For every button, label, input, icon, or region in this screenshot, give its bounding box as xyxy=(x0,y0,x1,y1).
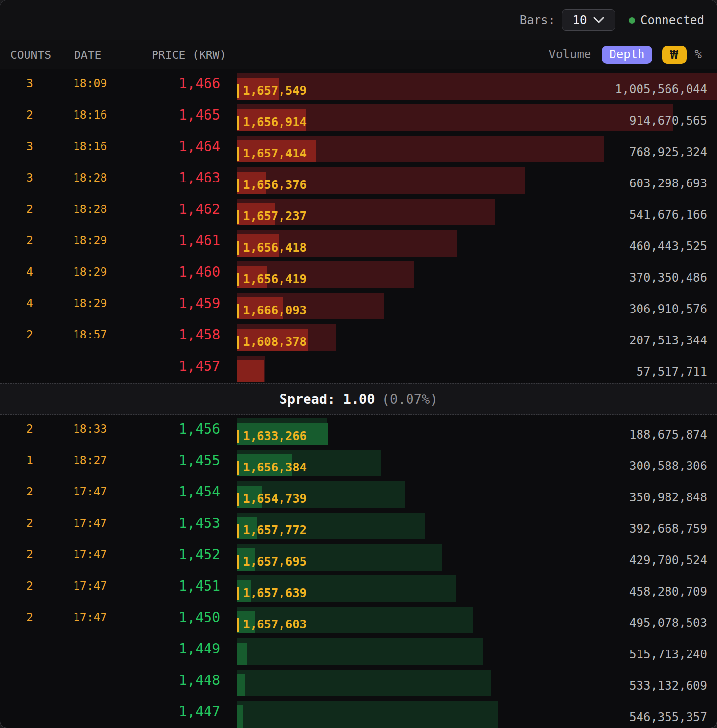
spread-bar: Spread: 1.00 (0.07%) xyxy=(0,383,717,415)
display-mode-toggles: Volume Depth ₩ % xyxy=(549,40,702,69)
ask-cumulative-depth-value: 57,517,711 xyxy=(637,365,708,379)
bid-cumulative-depth-value: 533,132,609 xyxy=(629,679,707,693)
bid-volume-bar xyxy=(237,705,243,728)
trade-time: 17:47 xyxy=(73,579,107,592)
ask-volume-label: 1,666,093 xyxy=(237,304,307,318)
trade-time: 18:33 xyxy=(73,422,107,435)
order-count: 2 xyxy=(19,422,41,435)
order-count: 3 xyxy=(19,140,41,153)
trade-time: 17:47 xyxy=(73,517,107,529)
bid-row[interactable]: 1,447546,355,357 xyxy=(0,697,717,728)
bid-price[interactable]: 1,455 xyxy=(133,452,220,468)
ask-cumulative-depth-value: 914,670,565 xyxy=(629,114,707,128)
ask-price[interactable]: 1,465 xyxy=(133,107,220,123)
bid-row[interactable]: 217:471,4531,657,772392,668,759 xyxy=(0,509,717,540)
order-count: 2 xyxy=(19,234,41,247)
bid-row[interactable]: 217:471,4511,657,639458,280,709 xyxy=(0,572,717,603)
bid-price[interactable]: 1,456 xyxy=(133,421,220,437)
top-bar: Bars: 10 Connected xyxy=(0,0,717,40)
ask-row[interactable]: 318:281,4631,656,376603,298,693 xyxy=(0,163,717,195)
bid-price[interactable]: 1,450 xyxy=(133,609,220,625)
bid-cumulative-depth-bar xyxy=(237,701,498,728)
ask-row[interactable]: 218:161,4651,656,914914,670,565 xyxy=(0,101,717,132)
trade-time: 18:29 xyxy=(73,234,107,247)
bid-cumulative-depth-value: 300,588,306 xyxy=(629,459,707,473)
bid-row[interactable]: 218:331,4561,633,266188,675,874 xyxy=(0,415,717,446)
ask-price[interactable]: 1,459 xyxy=(133,295,220,312)
column-header: COUNTS DATE PRICE (KRW) Volume Depth ₩ % xyxy=(0,40,717,69)
trade-time: 18:57 xyxy=(73,328,107,341)
chevron-down-icon xyxy=(593,17,604,24)
bid-volume-label: 1,657,772 xyxy=(237,524,307,538)
ask-row[interactable]: 218:281,4621,657,237541,676,166 xyxy=(0,195,717,226)
order-count: 1 xyxy=(19,454,41,467)
ask-volume-label: 1,657,414 xyxy=(237,147,307,161)
order-count: 2 xyxy=(19,579,41,592)
ask-row[interactable]: 218:291,4611,656,418460,443,525 xyxy=(0,226,717,258)
connected-dot-icon xyxy=(629,17,635,24)
ask-row[interactable]: 218:571,4581,608,378207,513,344 xyxy=(0,320,717,352)
bid-price[interactable]: 1,449 xyxy=(133,641,220,657)
trade-time: 18:29 xyxy=(73,265,107,278)
bid-row[interactable]: 1,448533,132,609 xyxy=(0,666,717,697)
ask-price[interactable]: 1,466 xyxy=(133,76,220,92)
won-currency-toggle[interactable]: ₩ xyxy=(662,46,687,64)
bid-price[interactable]: 1,451 xyxy=(133,578,220,594)
order-count: 2 xyxy=(19,328,41,341)
spread-value: Spread: 1.00 xyxy=(280,391,375,407)
bid-cumulative-depth-value: 515,713,240 xyxy=(629,648,707,661)
order-count: 4 xyxy=(19,265,41,278)
order-count: 4 xyxy=(19,297,41,310)
ask-price[interactable]: 1,457 xyxy=(133,358,220,374)
bid-row[interactable]: 217:471,4501,657,603495,078,503 xyxy=(0,603,717,634)
order-count: 2 xyxy=(19,611,41,624)
order-count: 2 xyxy=(19,548,41,561)
ask-price[interactable]: 1,463 xyxy=(133,170,220,186)
order-count: 2 xyxy=(19,108,41,121)
ask-row[interactable]: 318:161,4641,657,414768,925,324 xyxy=(0,132,717,163)
trade-time: 18:28 xyxy=(73,203,107,215)
ask-cumulative-depth-value: 207,513,344 xyxy=(629,334,707,347)
ask-cumulative-depth-value: 603,298,693 xyxy=(629,177,707,190)
ask-volume-label: 1,656,418 xyxy=(237,241,307,255)
bid-rows: 218:331,4561,633,266188,675,874118:271,4… xyxy=(0,415,717,728)
bid-volume-label: 1,656,384 xyxy=(237,461,307,475)
ask-cumulative-depth-value: 460,443,525 xyxy=(629,239,707,253)
ask-cumulative-depth-value: 306,910,576 xyxy=(629,302,707,316)
ask-cumulative-depth-value: 370,350,486 xyxy=(629,271,707,285)
bid-price[interactable]: 1,448 xyxy=(133,672,220,688)
trade-time: 17:47 xyxy=(73,485,107,498)
trade-time: 18:29 xyxy=(73,297,107,310)
ask-price[interactable]: 1,460 xyxy=(133,264,220,280)
bid-price[interactable]: 1,452 xyxy=(133,546,220,563)
bid-volume-bar xyxy=(237,674,245,696)
bid-cumulative-depth-value: 350,982,848 xyxy=(629,491,707,504)
volume-toggle[interactable]: Volume xyxy=(549,48,591,61)
ask-volume-label: 1,656,914 xyxy=(237,116,307,130)
bars-select[interactable]: 10 xyxy=(562,9,615,31)
orderbook-panel: Bars: 10 Connected COUNTS DATE PRICE (KR… xyxy=(0,0,717,728)
ask-price[interactable]: 1,461 xyxy=(133,233,220,249)
bid-price[interactable]: 1,454 xyxy=(133,484,220,500)
ask-price[interactable]: 1,458 xyxy=(133,327,220,343)
percent-toggle[interactable]: % xyxy=(695,48,702,61)
ask-row[interactable]: 1,45757,517,711 xyxy=(0,352,717,383)
trade-time: 18:09 xyxy=(73,77,107,90)
bars-select-value: 10 xyxy=(573,13,587,27)
ask-price[interactable]: 1,464 xyxy=(133,138,220,155)
bid-row[interactable]: 217:471,4541,654,739350,982,848 xyxy=(0,477,717,509)
bid-price[interactable]: 1,453 xyxy=(133,515,220,531)
bid-row[interactable]: 1,449515,713,240 xyxy=(0,634,717,666)
ask-cumulative-depth-value: 768,925,324 xyxy=(629,145,707,159)
ask-row[interactable]: 418:291,4591,666,093306,910,576 xyxy=(0,289,717,320)
bid-row[interactable]: 118:271,4551,656,384300,588,306 xyxy=(0,446,717,477)
bid-price[interactable]: 1,447 xyxy=(133,703,220,720)
order-count: 3 xyxy=(19,171,41,184)
bid-cumulative-depth-value: 495,078,503 xyxy=(629,616,707,630)
depth-toggle[interactable]: Depth xyxy=(602,46,652,64)
order-count: 2 xyxy=(19,517,41,529)
ask-row[interactable]: 318:091,4661,657,5491,005,566,044 xyxy=(0,69,717,101)
bid-row[interactable]: 217:471,4521,657,695429,700,524 xyxy=(0,540,717,572)
ask-row[interactable]: 418:291,4601,656,419370,350,486 xyxy=(0,258,717,289)
ask-price[interactable]: 1,462 xyxy=(133,201,220,217)
